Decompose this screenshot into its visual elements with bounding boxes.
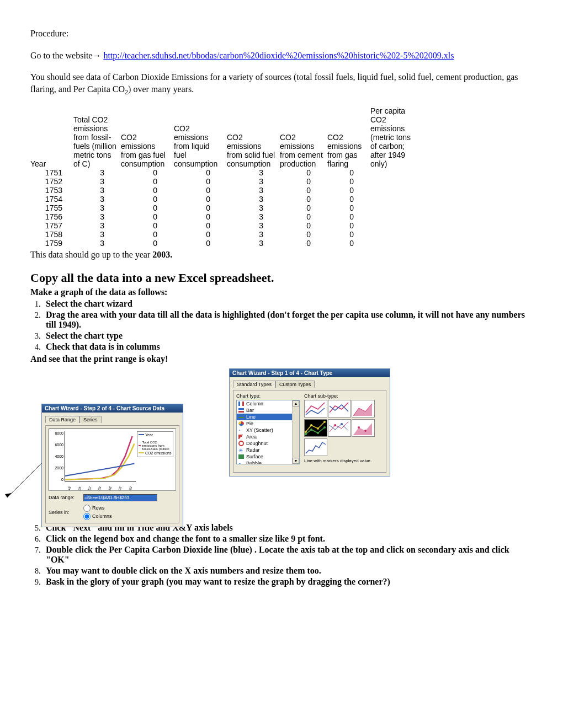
table-row: 1753300300 xyxy=(30,186,418,195)
svg-marker-13 xyxy=(353,423,372,435)
step-8: You may want to double click on the X ax… xyxy=(43,566,533,576)
col-liquid: CO2 emissions from liquid fuel consumpti… xyxy=(174,106,227,168)
main-heading: Copy all the data into a new Excel sprea… xyxy=(30,271,533,285)
svg-point-12 xyxy=(341,423,343,425)
list-scrollbar[interactable] xyxy=(292,400,299,464)
chart-type-list[interactable]: Column Bar Line Pie XY (Scatter) Area Do… xyxy=(236,400,300,464)
tab-standard-types[interactable]: Standard Types xyxy=(233,381,275,388)
svg-point-5 xyxy=(317,427,319,430)
chart-preview: 8000 6000 4000 2000 0 183 xyxy=(49,429,176,491)
col-cement: CO2 emissions from cement production xyxy=(280,106,327,168)
series-in-label: Series in: xyxy=(49,510,79,515)
step-6: Click on the legend box and change the f… xyxy=(43,534,533,544)
step-4: Check that data is in columms xyxy=(43,342,533,352)
subtype-description: Line with markers displayed value. xyxy=(304,458,383,469)
table-row: 1751300300 xyxy=(30,168,418,177)
subtype-selected xyxy=(304,419,327,437)
svg-point-15 xyxy=(364,430,367,432)
svg-point-14 xyxy=(358,426,360,429)
table-row: 1758300300 xyxy=(30,230,418,239)
subtype-label: Chart sub-type: xyxy=(304,393,383,399)
tab-series[interactable]: Series xyxy=(79,416,102,423)
table-row: 1754300300 xyxy=(30,195,418,204)
svg-line-0 xyxy=(7,463,41,497)
step-2: Drag the area with your data till all th… xyxy=(43,310,533,330)
step-3: Select the chart type xyxy=(43,331,533,341)
col-percap: Per capita CO2 emissions (metric tons of… xyxy=(370,106,418,168)
svg-point-3 xyxy=(305,431,307,433)
svg-point-10 xyxy=(323,426,326,429)
col-total: Total CO2 emissions from fossil-fuels (m… xyxy=(73,106,121,168)
sub-heading: Make a graph of the data as follows: xyxy=(30,286,533,298)
wizard1-titlebar: Chart Wizard - Step 1 of 4 - Chart Type xyxy=(230,369,390,377)
emissions-table: Year Total CO2 emissions from fossil-fue… xyxy=(30,106,418,248)
preview-legend: Year Total CO2 emissions from fossil-fue… xyxy=(137,431,173,457)
data-range-label: Data range: xyxy=(49,495,79,500)
col-flaring: CO2 emissions from gas flaring xyxy=(327,106,370,168)
description: You should see data of Carbon Dioxide Em… xyxy=(30,71,533,97)
svg-point-4 xyxy=(310,424,312,426)
step-7: Double click the Per Capita Carbon Dioxi… xyxy=(43,545,533,565)
tab-data-range[interactable]: Data Range xyxy=(45,416,79,423)
goto-line: Go to the website→ http://teacher.sduhsd… xyxy=(30,50,533,62)
col-solid: CO2 emissions from solid fuel consumptio… xyxy=(227,106,280,168)
data-range-input[interactable] xyxy=(83,494,157,501)
chart-type-label: Chart type: xyxy=(236,393,300,399)
table-row: 1755300300 xyxy=(30,204,418,212)
series-rows-radio[interactable] xyxy=(83,505,91,512)
svg-marker-1 xyxy=(5,493,12,497)
chart-wizard-step2: Chart Wizard - Step 2 of 4 - Chart Sourc… xyxy=(41,404,183,527)
step-1: Select the chart wizard xyxy=(43,299,533,309)
and-line: And see that the print range is okay! xyxy=(30,353,533,365)
diagonal-arrow-icon xyxy=(4,462,43,501)
tab-custom-types[interactable]: Custom Types xyxy=(275,381,315,388)
svg-point-9 xyxy=(317,432,319,434)
chart-wizard-step1: Chart Wizard - Step 1 of 4 - Chart Type … xyxy=(229,368,390,477)
svg-point-6 xyxy=(323,421,326,423)
worksheet-link[interactable]: http://teacher.sduhsd.net/bbodas/carbon%… xyxy=(103,51,454,60)
arrow-icon: → xyxy=(92,51,101,60)
table-row: 1757300300 xyxy=(30,221,418,230)
svg-point-11 xyxy=(334,424,336,426)
col-year: Year xyxy=(30,106,73,168)
svg-point-8 xyxy=(310,429,312,431)
table-row: 1759300300 xyxy=(30,239,418,248)
step-9: Bask in the glory of your graph (you may… xyxy=(43,577,533,587)
procedure-title: Procedure: xyxy=(30,28,533,40)
data-note: This data should go up to the year 2003. xyxy=(30,249,533,261)
svg-point-7 xyxy=(305,433,307,435)
col-gas: CO2 emissions from gas fuel consumption xyxy=(121,106,174,168)
table-row: 1752300300 xyxy=(30,177,418,186)
wizard2-titlebar: Chart Wizard - Step 2 of 4 - Chart Sourc… xyxy=(42,404,183,413)
table-row: 1756300300 xyxy=(30,212,418,221)
series-columns-radio[interactable] xyxy=(83,513,91,520)
subtype-grid[interactable] xyxy=(304,400,383,456)
